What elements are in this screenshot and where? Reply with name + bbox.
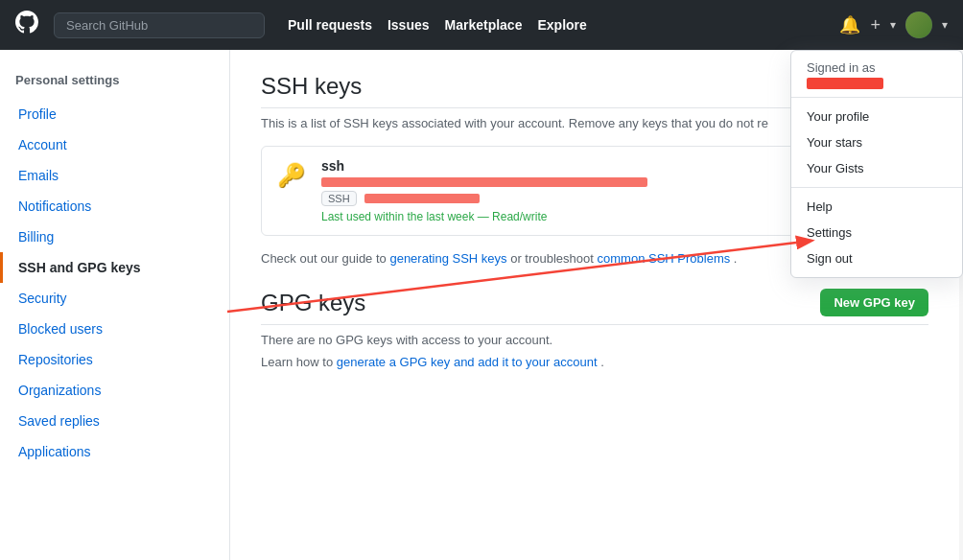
search-input[interactable] (54, 12, 265, 38)
sidebar-item-profile[interactable]: Profile (0, 99, 229, 129)
generate-gpg-key-link[interactable]: generate a GPG key and add it to your ac… (337, 355, 598, 369)
sidebar-item-organizations[interactable]: Organizations (0, 375, 229, 406)
gpg-title: GPG keys (261, 290, 365, 316)
fingerprint-redacted-2 (364, 194, 480, 203)
dropdown-section-help: Help Settings Sign out (791, 188, 962, 277)
dropdown-section-profile: Your profile Your stars Your Gists (791, 98, 962, 188)
avatar[interactable] (905, 12, 932, 38)
dropdown-settings[interactable]: Settings (791, 220, 962, 245)
nav-issues[interactable]: Issues (388, 17, 430, 33)
dropdown-your-profile[interactable]: Your profile (791, 104, 962, 129)
plus-icon[interactable]: + (870, 15, 881, 35)
gpg-empty-text: There are no GPG keys with access to you… (261, 333, 928, 347)
topnav-links: Pull requests Issues Marketplace Explore (288, 17, 587, 33)
ssh-badge: SSH (321, 191, 357, 206)
sidebar-item-account[interactable]: Account (0, 129, 229, 160)
sidebar-item-applications[interactable]: Applications (0, 436, 229, 467)
sidebar-item-notifications[interactable]: Notifications (0, 191, 229, 222)
dropdown-your-gists[interactable]: Your Gists (791, 155, 962, 181)
sidebar-item-saved-replies[interactable]: Saved replies (0, 406, 229, 436)
gpg-header: GPG keys New GPG key (261, 289, 928, 325)
sidebar-item-emails[interactable]: Emails (0, 160, 229, 191)
user-dropdown: Signed in as Your profile Your stars You… (790, 50, 963, 278)
sidebar: Personal settings Profile Account Emails… (0, 50, 230, 560)
sidebar-item-billing[interactable]: Billing (0, 222, 229, 252)
nav-explore[interactable]: Explore (537, 17, 586, 33)
dropdown-sign-out[interactable]: Sign out (791, 245, 962, 271)
topnav: Pull requests Issues Marketplace Explore… (0, 0, 963, 50)
key-icon: 🔑 (277, 162, 306, 189)
nav-marketplace[interactable]: Marketplace (445, 17, 523, 33)
topnav-right: 🔔 + ▾ ▾ (839, 12, 948, 38)
avatar-dropdown-icon: ▾ (942, 18, 948, 32)
new-gpg-key-button[interactable]: New GPG key (820, 289, 928, 316)
dropdown-your-stars[interactable]: Your stars (791, 129, 962, 155)
sidebar-item-repositories[interactable]: Repositories (0, 344, 229, 375)
dropdown-signed-in: Signed in as (791, 51, 962, 98)
fingerprint-redacted-1 (321, 177, 647, 187)
generating-ssh-keys-link[interactable]: generating SSH keys (389, 251, 506, 266)
sidebar-title: Personal settings (0, 65, 229, 99)
sidebar-item-ssh-gpg-keys[interactable]: SSH and GPG keys (0, 252, 229, 283)
sidebar-item-blocked-users[interactable]: Blocked users (0, 314, 229, 344)
plus-dropdown-icon: ▾ (890, 18, 896, 32)
common-ssh-problems-link[interactable]: common SSH Problems (598, 251, 731, 266)
sidebar-item-security[interactable]: Security (0, 283, 229, 314)
notifications-icon[interactable]: 🔔 (839, 14, 860, 35)
dropdown-help[interactable]: Help (791, 194, 962, 220)
github-logo[interactable] (15, 11, 38, 39)
gpg-learn-text: Learn how to generate a GPG key and add … (261, 355, 928, 369)
nav-pull-requests[interactable]: Pull requests (288, 17, 372, 33)
